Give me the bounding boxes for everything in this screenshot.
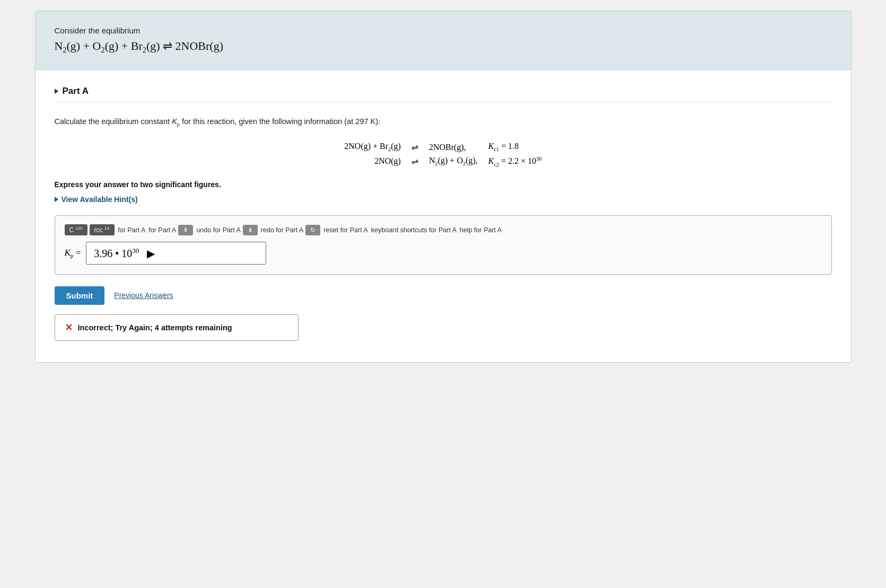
toolbar-row: C 120 rcc 1∧ for Part A for Part A ⇞ und… bbox=[65, 224, 822, 235]
part-title: Part A bbox=[63, 86, 89, 96]
main-container: Consider the equilibrium N2(g) + O2(g) +… bbox=[35, 11, 852, 363]
toolbar-btn-reset[interactable]: ↻ bbox=[305, 225, 320, 235]
content-area: Part A Calculate the equilibrium constan… bbox=[36, 70, 851, 362]
express-note: Express your answer to two significant f… bbox=[55, 180, 832, 189]
collapse-triangle-icon[interactable] bbox=[55, 89, 58, 94]
toolbar-label-reset: reset for Part A bbox=[323, 226, 367, 234]
eq2-const: Kc2 = 2.2 × 1030 bbox=[483, 154, 547, 169]
hint-row: View Available Hint(s) bbox=[55, 195, 832, 204]
answer-box-outer: C 120 rcc 1∧ for Part A for Part A ⇞ und… bbox=[55, 215, 832, 275]
eq1-arrow: ⇌ bbox=[406, 140, 424, 154]
answer-input-row: Kp = 3.96 • 1030 ▶ bbox=[65, 242, 822, 265]
error-message: Incorrect; Try Again; 4 attempts remaini… bbox=[78, 323, 232, 332]
given-equations-block: 2NO(g) + Br2(g) ⇌ 2NOBr(g), Kc1 = 1.8 2N… bbox=[55, 140, 832, 169]
instructions: Calculate the equilibrium constant Kp fo… bbox=[55, 116, 832, 128]
main-equation: N2(g) + O2(g) + Br2(g) ⇌ 2NOBr(g) bbox=[55, 39, 832, 55]
toolbar-label-redo: redo for Part A bbox=[261, 226, 304, 234]
toolbar-label-forparta2: for Part A bbox=[148, 226, 176, 234]
eq1-right: 2NOBr(g), bbox=[424, 140, 483, 154]
toolbar-btn-c[interactable]: C 120 bbox=[65, 224, 87, 235]
eq2-arrow: ⇌ bbox=[406, 154, 424, 169]
submit-button[interactable]: Submit bbox=[55, 286, 105, 305]
equation-row-2: 2NO(g) ⇌ N2(g) + O2(g), Kc2 = 2.2 × 1030 bbox=[339, 154, 547, 169]
equations-table: 2NO(g) + Br2(g) ⇌ 2NOBr(g), Kc1 = 1.8 2N… bbox=[339, 140, 547, 169]
equation-row-1: 2NO(g) + Br2(g) ⇌ 2NOBr(g), Kc1 = 1.8 bbox=[339, 140, 547, 154]
eq1-left: 2NO(g) + Br2(g) bbox=[339, 140, 406, 154]
eq2-left: 2NO(g) bbox=[339, 154, 406, 169]
eq2-right: N2(g) + O2(g), bbox=[424, 154, 483, 169]
kp-label: Kp = bbox=[65, 248, 81, 259]
equation-header: Consider the equilibrium N2(g) + O2(g) +… bbox=[36, 11, 851, 70]
hint-link[interactable]: View Available Hint(s) bbox=[62, 195, 138, 204]
toolbar-label-forparta1: for Part A bbox=[118, 226, 145, 234]
consider-label: Consider the equilibrium bbox=[55, 26, 832, 35]
toolbar-label-undo: undo for Part A bbox=[196, 226, 240, 234]
toolbar-btn-undo[interactable]: ⇞ bbox=[178, 225, 193, 235]
answer-input-box[interactable]: 3.96 • 1030 ▶ bbox=[86, 242, 266, 265]
hint-triangle-icon[interactable] bbox=[55, 197, 58, 202]
previous-answers-link[interactable]: Previous Answers bbox=[114, 291, 173, 300]
toolbar-btn-rcc[interactable]: rcc 1∧ bbox=[90, 224, 115, 235]
part-header: Part A bbox=[55, 86, 832, 102]
toolbar-btn-redo[interactable]: ⇟ bbox=[243, 225, 258, 235]
error-icon: ✕ bbox=[65, 322, 73, 334]
error-box: ✕ Incorrect; Try Again; 4 attempts remai… bbox=[55, 314, 299, 341]
toolbar-label-keyboard: keyboard shortcuts for Part A bbox=[371, 226, 457, 234]
eq1-const: Kc1 = 1.8 bbox=[483, 140, 547, 154]
bottom-row: Submit Previous Answers bbox=[55, 286, 832, 305]
toolbar-label-help: help for Part A bbox=[460, 226, 502, 234]
